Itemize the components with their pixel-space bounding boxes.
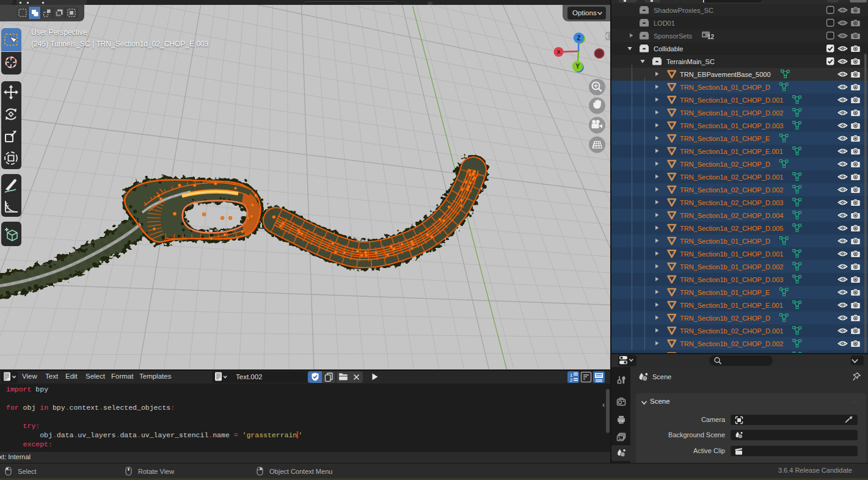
svg-text:TRN_Section1a_02_CHOP_D.002: TRN_Section1a_02_CHOP_D.002 bbox=[680, 186, 783, 194]
svg-text:X: X bbox=[556, 49, 560, 55]
svg-text:TRN_EBPavementBase_5000: TRN_EBPavementBase_5000 bbox=[680, 71, 771, 78]
svg-text:Collidable: Collidable bbox=[654, 45, 683, 53]
svg-text:TRN_Section1b_01_CHOP_E.001: TRN_Section1b_01_CHOP_E.001 bbox=[680, 302, 783, 309]
svg-text:TRN_Section1b_02_CHOP_D.001: TRN_Section1b_02_CHOP_D.001 bbox=[680, 327, 783, 335]
svg-text:TRN_Section1b_01_CHOP_D.001: TRN_Section1b_01_CHOP_D.001 bbox=[680, 250, 783, 258]
svg-text:TerrainMain_SC: TerrainMain_SC bbox=[666, 58, 715, 65]
svg-text:TRN_Section1a_01_CHOP_D.002: TRN_Section1a_01_CHOP_D.002 bbox=[680, 109, 783, 117]
svg-text:Y: Y bbox=[575, 63, 580, 70]
svg-text:Z: Z bbox=[577, 35, 580, 42]
svg-text:SponsorSets: SponsorSets bbox=[654, 32, 692, 40]
svg-text:TRN_Section1a_02_CHOP_D.001: TRN_Section1a_02_CHOP_D.001 bbox=[680, 173, 783, 181]
svg-text:TRN_Section1a_01_CHOP_E.001: TRN_Section1a_01_CHOP_E.001 bbox=[680, 148, 783, 155]
svg-text:TRN_Section1b_01_CHOP_D.003: TRN_Section1b_01_CHOP_D.003 bbox=[680, 276, 783, 283]
svg-text:TRN_Section1a_01_CHOP_D: TRN_Section1a_01_CHOP_D bbox=[680, 84, 770, 91]
svg-text:12: 12 bbox=[707, 34, 715, 40]
svg-text:TRN_Section1a_01_CHOP_D.003: TRN_Section1a_01_CHOP_D.003 bbox=[680, 122, 783, 129]
svg-text:TRN_Section1a_02_CHOP_D.005: TRN_Section1a_02_CHOP_D.005 bbox=[680, 225, 783, 232]
svg-text:ShadowProxies_SC: ShadowProxies_SC bbox=[654, 7, 713, 14]
svg-text:TRN_Section1b_02_CHOP_D.002: TRN_Section1b_02_CHOP_D.002 bbox=[680, 340, 783, 347]
svg-text:2: 2 bbox=[570, 377, 573, 383]
svg-text:LOD01: LOD01 bbox=[654, 20, 675, 27]
svg-text:TRN_Section1b_01_CHOP_E: TRN_Section1b_01_CHOP_E bbox=[680, 289, 770, 296]
svg-text:TRN_Section1b_02_CHOP_D: TRN_Section1b_02_CHOP_D bbox=[680, 315, 770, 322]
svg-text:TRN_Section1a_02_CHOP_D: TRN_Section1a_02_CHOP_D bbox=[680, 161, 770, 168]
svg-text:TRN_Section1a_01_CHOP_E: TRN_Section1a_01_CHOP_E bbox=[680, 135, 770, 142]
svg-text:TRN_Section1a_02_CHOP_D.004: TRN_Section1a_02_CHOP_D.004 bbox=[680, 212, 783, 219]
svg-text:TRN_Section1a_01_CHOP_D.001: TRN_Section1a_01_CHOP_D.001 bbox=[680, 96, 783, 104]
svg-text:TRN_Section1b_01_CHOP_D: TRN_Section1b_01_CHOP_D bbox=[680, 238, 770, 245]
svg-text:TRN_Section1b_01_CHOP_D.002: TRN_Section1b_01_CHOP_D.002 bbox=[680, 263, 783, 271]
svg-text:TRN_Section1a_02_CHOP_D.003: TRN_Section1a_02_CHOP_D.003 bbox=[680, 199, 783, 206]
